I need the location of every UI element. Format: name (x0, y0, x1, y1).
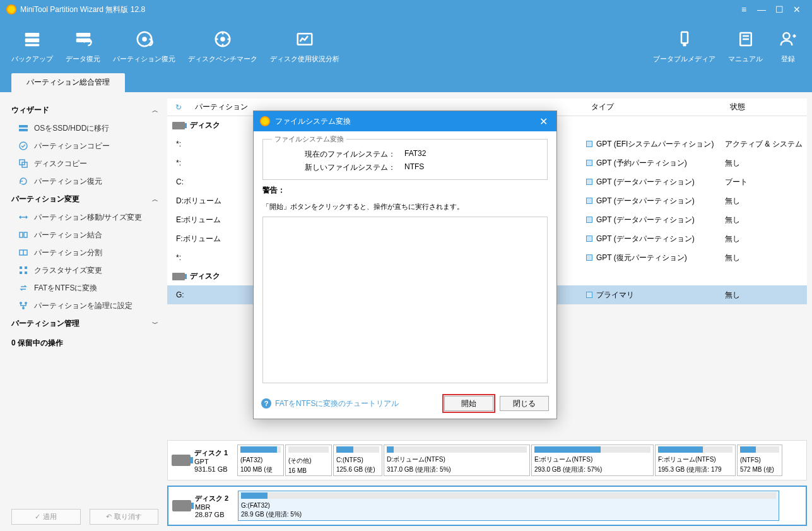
sidebar-group-change[interactable]: パーティション変更︿ (11, 190, 158, 208)
toolbar-manual[interactable]: マニュアル (722, 27, 769, 66)
apply-button[interactable]: ✓適用 (11, 509, 81, 525)
disk-bar-1: ディスク 1GPT931.51 GB (FAT32)100 MB (使 (その他… (167, 440, 807, 480)
manual-icon (736, 29, 756, 49)
undo-icon: ↶ (106, 513, 112, 521)
disk-segment[interactable]: (その他)16 MB (285, 444, 332, 476)
toolbar-space-analyzer[interactable]: ディスク使用状況分析 (264, 27, 346, 66)
fs-fieldset: ファイルシステム変換 現在のファイルシステム：FAT32 新しいファイルシステム… (262, 139, 548, 180)
svg-rect-22 (20, 266, 22, 269)
analyzer-icon (295, 29, 315, 49)
undo-button[interactable]: ↶取り消す (90, 509, 159, 525)
data-recovery-icon (73, 29, 93, 49)
benchmark-icon (213, 29, 233, 49)
sidebar-item-fat-to-ntfs[interactable]: FATをNTFSに変換 (11, 279, 158, 297)
disk-bar-2: ディスク 2MBR28.87 GB G:(FAT32)28.9 GB (使用済:… (167, 486, 807, 526)
disk-segment[interactable]: (FAT32)100 MB (使 (237, 444, 284, 476)
current-fs-label: 現在のファイルシステム： (272, 149, 404, 160)
sidebar-item-copy-partition[interactable]: パーティションコピー (11, 137, 158, 155)
split-icon (18, 247, 29, 258)
toolbar-bootable-media[interactable]: ブータブルメディア (647, 27, 722, 66)
svg-rect-24 (20, 271, 22, 274)
disk-segment[interactable]: F:ボリューム(NTFS)195.3 GB (使用済: 179 (655, 444, 736, 476)
disk-info-2: ディスク 2MBR28.87 GB (172, 491, 235, 521)
close-button[interactable]: ✕ (788, 3, 806, 16)
cluster-icon (18, 265, 29, 276)
col-status[interactable]: 状態 (725, 102, 807, 112)
backup-icon (22, 29, 42, 49)
disk-segment[interactable]: C:(NTFS)125.6 GB (使) (333, 444, 382, 476)
disk-segment[interactable]: D:ボリューム(NTFS)317.0 GB (使用済: 5%) (384, 444, 530, 476)
svg-rect-14 (19, 125, 28, 128)
sidebar-item-merge[interactable]: パーティション結合 (11, 226, 158, 244)
copy-disk-icon (18, 158, 29, 169)
main-toolbar: バックアップ データ復元 パーティション復元 ディスクベンチマーク ディスク使用… (0, 19, 812, 73)
svg-rect-0 (25, 33, 40, 37)
sidebar-group-wizard[interactable]: ウィザード︿ (11, 101, 158, 119)
convert-fs-dialog: ファイルシステム変換 ✕ ファイルシステム変換 現在のファイルシステム：FAT3… (253, 110, 557, 419)
svg-point-27 (25, 302, 27, 304)
sidebar-item-migrate-os[interactable]: OSをSSD/HDDに移行 (11, 119, 158, 137)
partition-recovery-icon (134, 29, 155, 49)
new-fs-value: NTFS (404, 162, 424, 173)
chevron-up-icon: ︿ (152, 195, 158, 204)
toolbar-data-recovery[interactable]: データ復元 (59, 27, 107, 66)
toolbar-partition-recovery[interactable]: パーティション復元 (107, 27, 182, 66)
svg-rect-11 (683, 43, 686, 46)
sidebar-item-move-resize[interactable]: パーティション移動/サイズ変更 (11, 208, 158, 226)
menu-icon[interactable]: ≡ (735, 3, 753, 16)
sidebar-item-split[interactable]: パーティション分割 (11, 244, 158, 261)
migrate-icon (18, 122, 29, 134)
sidebar-item-cluster-size[interactable]: クラスタサイズ変更 (11, 261, 158, 279)
dialog-close-button[interactable]: ✕ (537, 116, 550, 128)
maximize-button[interactable]: ☐ (770, 3, 788, 16)
minimize-button[interactable]: — (753, 3, 770, 16)
pending-operations: 0 保留中の操作 (11, 333, 158, 356)
disk-segment[interactable]: G:(FAT32)28.9 GB (使用済: 5%) (238, 491, 779, 521)
disk-icon (172, 122, 185, 129)
col-type[interactable]: タイプ (586, 102, 725, 112)
svg-point-8 (220, 37, 225, 42)
close-button[interactable]: 閉じる (500, 396, 549, 411)
type-square-icon (586, 254, 592, 261)
tab-partition-management[interactable]: パーティション総合管理 (11, 73, 125, 92)
refresh-button[interactable]: ↻ (167, 103, 190, 112)
svg-point-13 (784, 33, 790, 39)
type-square-icon (586, 179, 592, 185)
logical-icon (18, 300, 29, 311)
titlebar: MiniTool Partition Wizard 無料版 12.8 ≡ — ☐… (0, 0, 812, 19)
disk-segment[interactable]: E:ボリューム(NTFS)293.0 GB (使用済: 57%) (531, 444, 654, 476)
svg-point-6 (142, 37, 147, 42)
sidebar: ウィザード︿ OSをSSD/HDDに移行 パーティションコピー ディスクコピー … (0, 92, 167, 531)
svg-rect-19 (20, 232, 23, 237)
disk-segment[interactable]: (NTFS)572 MB (使) (737, 444, 782, 476)
sidebar-group-manage[interactable]: パーティション管理﹀ (11, 314, 158, 333)
bootable-icon (674, 29, 695, 49)
sidebar-item-copy-disk[interactable]: ディスクコピー (11, 155, 158, 172)
dialog-icon (260, 116, 270, 126)
svg-rect-20 (24, 232, 27, 237)
svg-point-26 (20, 302, 22, 304)
chevron-down-icon: ﹀ (152, 319, 158, 328)
disk-map-area: ディスク 1GPT931.51 GB (FAT32)100 MB (使 (その他… (167, 436, 807, 531)
help-icon: ? (261, 398, 271, 409)
svg-point-28 (22, 307, 25, 309)
dialog-title: ファイルシステム変換 (275, 116, 351, 127)
toolbar-benchmark[interactable]: ディスクベンチマーク (182, 27, 264, 66)
help-link[interactable]: ? FATをNTFSに変換のチュートリアル (261, 398, 438, 409)
warning-text: 「開始」ボタンをクリックすると、操作が直ちに実行されます。 (262, 200, 548, 217)
merge-icon (18, 229, 29, 241)
toolbar-register[interactable]: 登録 (769, 27, 807, 66)
log-box (262, 217, 548, 383)
sidebar-item-set-logical[interactable]: パーティションを論理に設定 (11, 297, 158, 314)
app-title: MiniTool Partition Wizard 無料版 12.8 (20, 4, 145, 15)
disk-info-1: ディスク 1GPT931.51 GB (172, 444, 235, 476)
recover-icon (18, 176, 29, 187)
svg-rect-23 (25, 266, 27, 269)
type-square-icon (586, 217, 592, 223)
toolbar-backup[interactable]: バックアップ (5, 27, 59, 66)
sidebar-item-recover-partition[interactable]: パーティション復元 (11, 172, 158, 190)
type-square-icon (586, 198, 592, 204)
svg-rect-15 (19, 129, 28, 131)
start-button[interactable]: 開始 (444, 396, 493, 411)
type-square-icon (586, 236, 592, 242)
